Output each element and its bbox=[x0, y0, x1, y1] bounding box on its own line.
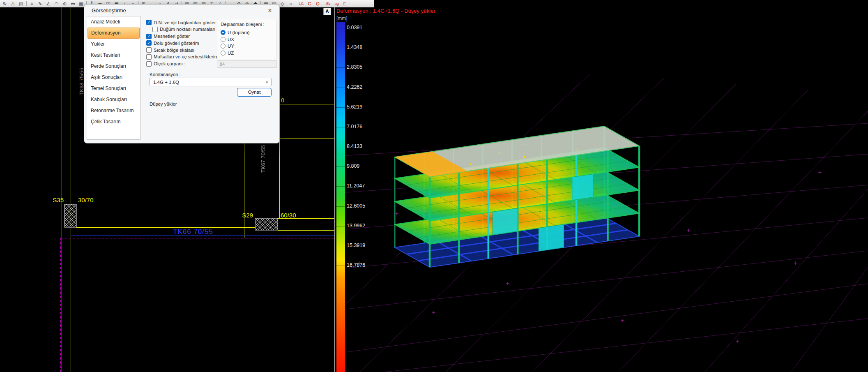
rotate-view-icon[interactable]: ↻ bbox=[1, 0, 9, 7]
toolbar-separator bbox=[26, 1, 27, 6]
deformation-scene bbox=[335, 0, 868, 372]
column-s29-label: S29 bbox=[242, 212, 253, 219]
checkbox-box[interactable] bbox=[152, 27, 158, 32]
dialog-title: Görselleştirme bbox=[92, 7, 126, 14]
deformed-model bbox=[335, 74, 868, 372]
angle-icon[interactable]: ∠ bbox=[44, 0, 52, 7]
scale-value-label: 12.6005 bbox=[347, 203, 365, 209]
checkbox-row[interactable]: ✓Dolu gövdeli gösterim bbox=[146, 40, 219, 46]
checkbox-row[interactable]: ✓D.N. ve rijit bağlantıları göster bbox=[146, 19, 219, 25]
checkbox-label: Mesnetleri göster bbox=[154, 34, 190, 39]
category-item[interactable]: Çelik Tasarım bbox=[87, 116, 140, 127]
radio-button[interactable] bbox=[221, 51, 226, 55]
checkbox-label: Ölçek çarpanı : bbox=[154, 61, 185, 66]
scale-value-label: 2.8305 bbox=[347, 64, 362, 70]
beam-tk66-label: TK66 70/55 bbox=[173, 228, 213, 236]
viewer-header: Deformasyon : 1.4G+1.6Q - Düşey yükler bbox=[336, 8, 435, 14]
scale-value-label: 8.4133 bbox=[347, 143, 362, 149]
category-item[interactable]: Betonarme Tasarım bbox=[87, 105, 140, 116]
checkbox-row[interactable]: Ölçek çarpanı : bbox=[146, 61, 219, 67]
checkbox-box[interactable]: ✓ bbox=[146, 34, 152, 39]
combination-label: Kombinasyon : bbox=[150, 72, 181, 77]
scale-value-label: 13.9962 bbox=[347, 223, 365, 229]
checkbox-box[interactable] bbox=[146, 54, 152, 60]
checkbox-box[interactable] bbox=[146, 47, 152, 53]
column-s35[interactable] bbox=[64, 204, 76, 227]
load-case-text: Düşey yükler bbox=[150, 102, 177, 106]
category-item[interactable]: Yükler bbox=[87, 39, 140, 50]
warning-icon[interactable]: ⚠ bbox=[9, 0, 17, 7]
checkbox-row[interactable]: ✓Mesnetleri göster bbox=[146, 33, 219, 39]
scale-tick bbox=[336, 147, 345, 147]
category-list: Analiz ModeliDeformasyonYüklerKesit Tesi… bbox=[87, 16, 140, 140]
load-1g-icon[interactable]: 1G bbox=[297, 0, 305, 7]
radio-button[interactable] bbox=[221, 44, 226, 49]
load-q-icon[interactable]: Q bbox=[314, 0, 322, 7]
draw-icon[interactable]: ✎ bbox=[36, 0, 44, 7]
category-item[interactable]: Deformasyon bbox=[87, 28, 140, 39]
panel-divider[interactable] bbox=[334, 7, 335, 372]
rectangle-icon[interactable]: ▭ bbox=[69, 0, 77, 7]
scale-tick bbox=[336, 107, 345, 108]
radio-label: UY bbox=[228, 44, 234, 49]
visualization-dialog: Görselleştirme × Analiz ModeliDeformasyo… bbox=[84, 4, 280, 143]
node-icon[interactable]: ⊕ bbox=[61, 0, 69, 7]
annotation-button[interactable]: A bbox=[323, 8, 331, 15]
checkbox-label: Dolu gövdeli gösterim bbox=[154, 41, 199, 46]
scale-tick bbox=[336, 28, 345, 28]
category-item[interactable]: Kabuk Sonuçları bbox=[87, 94, 140, 105]
radio-option[interactable]: U (toplam) bbox=[221, 30, 273, 35]
category-item[interactable]: Perde Sonuçları bbox=[87, 61, 140, 72]
column-s29-size: 60/30 bbox=[281, 212, 296, 219]
checkbox-label: Düğüm noktası numaraları bbox=[160, 27, 216, 32]
scale-factor-input[interactable]: 84 bbox=[217, 60, 277, 68]
seismic-ez-icon[interactable]: Ez bbox=[325, 0, 332, 7]
diamond-icon[interactable]: ◇ bbox=[279, 0, 286, 7]
radio-option[interactable]: UZ bbox=[221, 50, 273, 56]
checkbox-row[interactable]: Sıcak bölge skalası bbox=[146, 47, 219, 53]
scale-value-label: 11.2047 bbox=[347, 183, 365, 189]
seismic-ag-icon[interactable]: ag bbox=[333, 0, 341, 7]
column-s29[interactable] bbox=[255, 218, 278, 230]
seismic-e-icon[interactable]: E bbox=[341, 0, 349, 7]
radio-option[interactable]: UX bbox=[221, 37, 273, 42]
category-item[interactable]: Analiz Modeli bbox=[87, 16, 140, 28]
radio-label: UZ bbox=[228, 51, 234, 55]
grid-icon[interactable]: ⌗ bbox=[28, 0, 36, 7]
scale-tick bbox=[336, 88, 345, 88]
radio-option[interactable]: UY bbox=[221, 43, 273, 49]
scale-value-label: 4.2262 bbox=[347, 84, 362, 90]
circle-icon[interactable]: ○ bbox=[287, 0, 295, 7]
radio-button[interactable] bbox=[221, 30, 226, 35]
column-s35-size: 30/70 bbox=[78, 196, 94, 203]
combination-select[interactable]: 1.4G + 1.6Q ▾ bbox=[150, 78, 272, 86]
checkbox-row[interactable]: Düğüm noktası numaraları bbox=[152, 26, 219, 32]
checkbox-box[interactable]: ✓ bbox=[146, 40, 152, 46]
column-s35-label: S35 bbox=[53, 196, 64, 203]
scale-value-label: 5.6219 bbox=[347, 104, 362, 110]
checkbox-label: Mafsalları ve uç serbestliklerini gö bbox=[154, 54, 219, 59]
scale-unit: [mm] bbox=[336, 16, 348, 21]
checkbox-row[interactable]: Mafsalları ve uç serbestliklerini gö bbox=[146, 54, 219, 60]
scale-value-label: 7.0176 bbox=[347, 124, 362, 129]
close-icon[interactable]: × bbox=[264, 6, 276, 15]
viewer-3d[interactable]: Deformasyon : 1.4G+1.6Q - Düşey yükler [… bbox=[335, 0, 868, 372]
arc-icon[interactable]: ◠ bbox=[53, 0, 60, 7]
category-item[interactable]: Aşık Sonuçları bbox=[87, 72, 140, 83]
radio-label: U (toplam) bbox=[228, 30, 250, 35]
scale-tick bbox=[336, 67, 345, 68]
category-item[interactable]: Temel Sonuçları bbox=[87, 83, 140, 94]
scale-tick bbox=[336, 266, 345, 266]
checkbox-label: Sıcak bölge skalası bbox=[154, 48, 194, 53]
checkbox-box[interactable] bbox=[146, 61, 152, 67]
report-list-icon[interactable]: ▤ bbox=[17, 0, 25, 7]
radio-button[interactable] bbox=[221, 37, 226, 42]
load-g-icon[interactable]: G bbox=[306, 0, 313, 7]
scale-tick bbox=[336, 246, 345, 246]
play-button[interactable]: Oynat bbox=[237, 88, 272, 97]
scale-tick bbox=[336, 166, 345, 167]
scale-tick bbox=[336, 206, 345, 207]
beam-tk67-label: TK67 70/55 bbox=[260, 145, 266, 173]
checkbox-box[interactable]: ✓ bbox=[146, 20, 152, 25]
category-item[interactable]: Kesit Tesirleri bbox=[87, 50, 140, 61]
